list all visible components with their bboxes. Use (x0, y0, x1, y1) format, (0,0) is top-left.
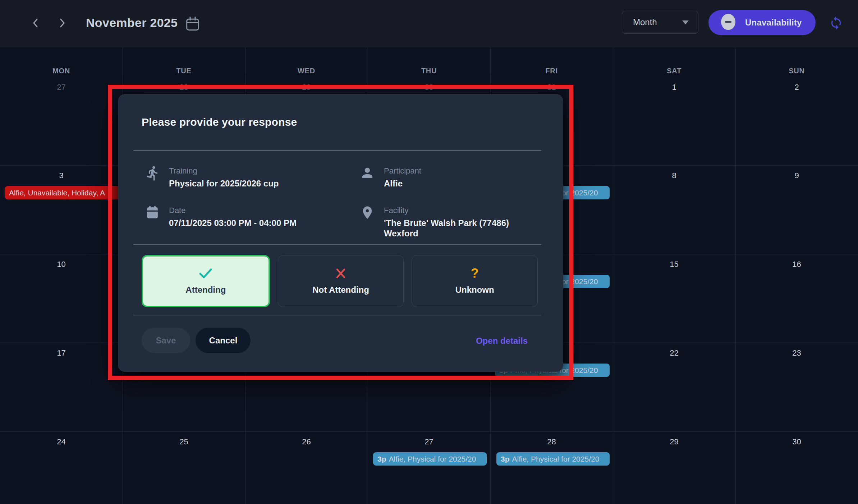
day-cell[interactable]: 23 (735, 348, 858, 358)
day-cell[interactable]: 16 (735, 260, 858, 269)
location-pin-icon (360, 205, 375, 222)
day-cell[interactable]: 28 (123, 83, 245, 92)
chevron-down-icon (682, 20, 689, 24)
top-bar: November 2025 Month Unavailability (0, 0, 858, 47)
option-label: Attending (185, 285, 226, 295)
grid-line (613, 47, 613, 504)
modal-footer: Save Cancel (142, 328, 646, 353)
month-title: November 2025 (86, 16, 178, 30)
day-cell[interactable]: 8 (613, 171, 735, 180)
day-header-mon: MON (0, 67, 123, 75)
cancel-button[interactable]: Cancel (196, 328, 251, 353)
day-cell[interactable]: 9 (735, 171, 858, 180)
view-select-value: Month (633, 17, 657, 27)
view-select[interactable]: Month (622, 11, 698, 34)
day-cell[interactable]: 31 (490, 83, 613, 92)
field-label: Facility (384, 206, 509, 215)
sync-button[interactable] (828, 16, 844, 32)
day-cell[interactable]: 10 (0, 260, 123, 269)
day-cell[interactable]: 30 (735, 437, 858, 447)
calendar-filled-icon (145, 205, 160, 221)
person-icon (360, 165, 375, 182)
question-icon: ? (471, 268, 479, 279)
save-button[interactable]: Save (142, 328, 190, 353)
unavailability-button[interactable]: Unavailability (708, 10, 816, 35)
modal-title: Please provide your response (142, 116, 297, 128)
day-cell[interactable]: 27 (368, 437, 490, 447)
day-cell[interactable]: 15 (613, 260, 735, 269)
runner-icon (145, 165, 161, 182)
chevron-left-icon (31, 18, 41, 30)
minus-circle-icon (721, 14, 736, 32)
day-header-sat: SAT (613, 67, 735, 75)
day-header-fri: FRI (490, 67, 613, 75)
grid-line (0, 431, 858, 432)
field-value: Alfie (384, 178, 421, 189)
open-details-link[interactable]: Open details (476, 336, 528, 346)
prev-month-button[interactable] (29, 17, 43, 31)
field-value-line2: Wexford (384, 228, 509, 239)
unknown-option[interactable]: ? Unknown (412, 255, 538, 307)
calendar-icon[interactable] (185, 16, 200, 33)
field-label: Participant (384, 166, 421, 176)
day-cell[interactable]: 29 (613, 437, 735, 447)
not-attending-option[interactable]: Not Attending (278, 255, 404, 307)
day-cell[interactable]: 17 (0, 348, 123, 358)
day-header-tue: TUE (123, 67, 245, 75)
day-cell[interactable]: 1 (613, 83, 735, 92)
cross-icon (335, 268, 346, 279)
day-cell[interactable]: 29 (245, 83, 368, 92)
event-chip-training[interactable]: 3pAlfie, Physical for 2025/20 (496, 452, 610, 466)
day-header-thu: THU (368, 67, 490, 75)
divider (133, 150, 541, 151)
day-cell[interactable]: 26 (245, 437, 368, 447)
option-label: Not Attending (312, 285, 369, 295)
day-header-wed: WED (245, 67, 368, 75)
day-cell[interactable]: 30 (368, 83, 490, 92)
unavailability-label: Unavailability (745, 18, 802, 28)
sync-icon (829, 16, 843, 32)
response-options: Attending Not Attending ? Unknown (142, 255, 538, 307)
chevron-right-icon (57, 18, 66, 30)
event-time-prefix: 3p (501, 455, 510, 463)
field-value: Physical for 2025/2026 cup (169, 178, 279, 189)
day-cell[interactable]: 24 (0, 437, 123, 447)
check-icon (198, 268, 213, 279)
event-chip-training[interactable]: 3pAlfie, Physical for 2025/20 (373, 452, 487, 466)
day-cell[interactable]: 28 (490, 437, 613, 447)
grid-line (735, 47, 736, 504)
next-month-button[interactable] (55, 17, 69, 31)
event-chip-unavailability[interactable]: Alfie, Unavailable, Holiday, A (5, 186, 121, 199)
day-header-sun: SUN (735, 67, 858, 75)
field-value: 'The Brute' Walsh Park (77486) (384, 218, 509, 228)
day-cell[interactable]: 27 (0, 83, 123, 92)
field-label: Date (169, 206, 297, 215)
field-label: Training (169, 166, 279, 176)
divider (133, 244, 541, 245)
event-time-prefix: 3p (377, 455, 386, 463)
divider (133, 315, 541, 315)
day-cell[interactable]: 2 (735, 83, 858, 92)
field-value: 07/11/2025 03:00 PM - 04:00 PM (169, 218, 297, 228)
option-label: Unknown (455, 285, 494, 295)
attending-option[interactable]: Attending (142, 255, 270, 307)
day-cell[interactable]: 3 (0, 171, 123, 180)
response-modal: Please provide your response Training Ph… (118, 94, 563, 372)
day-cell[interactable]: 25 (123, 437, 245, 447)
